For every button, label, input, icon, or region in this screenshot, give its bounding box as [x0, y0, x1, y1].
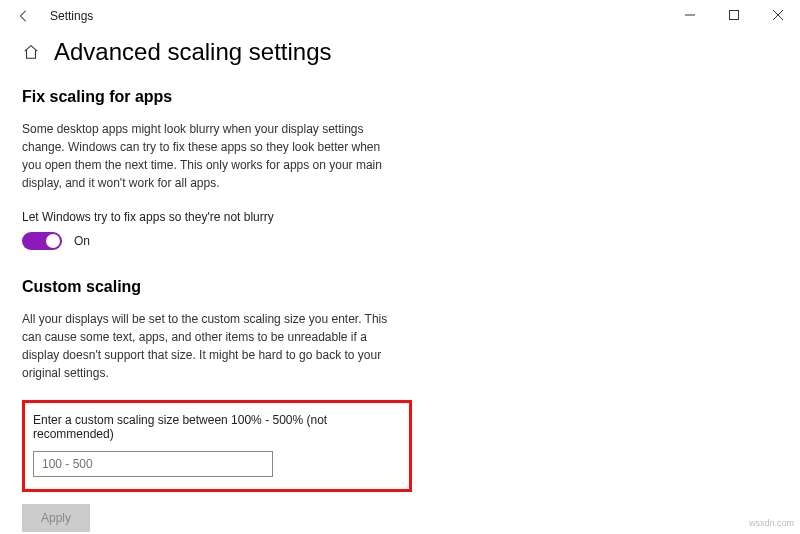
custom-scaling-description: All your displays will be set to the cus… — [22, 310, 402, 382]
fix-scaling-description: Some desktop apps might look blurry when… — [22, 120, 402, 192]
watermark: wsxdn.com — [749, 518, 794, 528]
back-button[interactable] — [12, 4, 36, 28]
maximize-button[interactable] — [712, 0, 756, 30]
custom-scaling-heading: Custom scaling — [22, 278, 778, 296]
minimize-button[interactable] — [668, 0, 712, 30]
custom-scaling-input-label: Enter a custom scaling size between 100%… — [33, 413, 401, 441]
page-heading: Advanced scaling settings — [54, 38, 332, 66]
window-title: Settings — [50, 9, 93, 23]
close-button[interactable] — [756, 0, 800, 30]
fix-scaling-heading: Fix scaling for apps — [22, 88, 778, 106]
apply-button[interactable]: Apply — [22, 504, 90, 532]
custom-scaling-highlight: Enter a custom scaling size between 100%… — [22, 400, 412, 492]
svg-rect-1 — [730, 11, 739, 20]
blurry-toggle-state: On — [74, 234, 90, 248]
custom-scaling-input[interactable] — [33, 451, 273, 477]
home-icon[interactable] — [22, 43, 40, 61]
blurry-fix-toggle[interactable] — [22, 232, 62, 250]
blurry-toggle-label: Let Windows try to fix apps so they're n… — [22, 210, 778, 224]
